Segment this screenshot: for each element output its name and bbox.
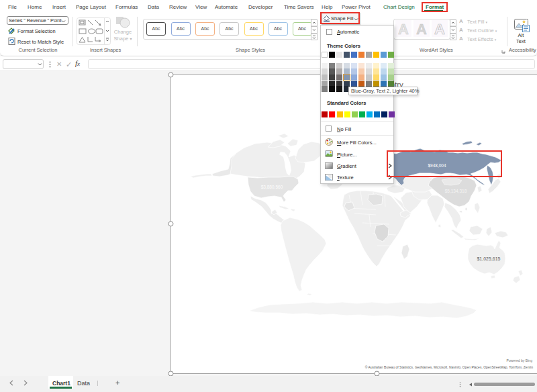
svg-text:$1,025,615: $1,025,615 bbox=[477, 256, 500, 261]
svg-text:$3,880,560: $3,880,560 bbox=[261, 185, 283, 189]
svg-text:A: A bbox=[434, 21, 445, 37]
svg-text:© Australian Bureau of Statist: © Australian Bureau of Statistics, GeoNa… bbox=[365, 365, 534, 369]
svg-text:A: A bbox=[398, 21, 409, 37]
svg-text:A: A bbox=[416, 21, 427, 37]
svg-text:Powered by Bing: Powered by Bing bbox=[506, 358, 532, 362]
svg-text:$5,134,318: $5,134,318 bbox=[445, 189, 467, 193]
